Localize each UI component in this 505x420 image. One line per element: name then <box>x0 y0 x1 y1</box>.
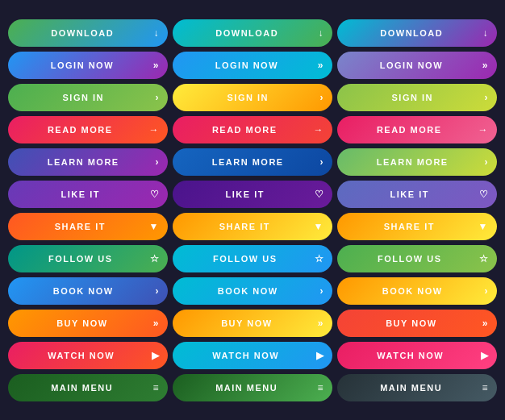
btn-share-it-col1[interactable]: SHARE IT▼ <box>8 213 168 240</box>
btn-icon: » <box>153 60 160 71</box>
btn-icon: › <box>320 285 325 297</box>
btn-label: WATCH NOW <box>181 351 311 360</box>
btn-label: MAIN MENU <box>181 383 312 393</box>
btn-read-more-col2[interactable]: READ MORE→ <box>173 116 332 143</box>
btn-icon: ≡ <box>152 382 160 393</box>
btn-buy-now-col1[interactable]: BUY NOW» <box>8 310 168 337</box>
btn-icon: › <box>156 285 161 297</box>
btn-label: FOLLOW US <box>16 254 145 264</box>
btn-icon: ☆ <box>315 253 325 264</box>
btn-watch-now-col2[interactable]: WATCH NOW▶ <box>173 342 332 369</box>
btn-sign-in-col1[interactable]: SIGN IN› <box>8 84 168 111</box>
btn-label: LOGIN NOW <box>181 60 313 70</box>
btn-like-it-col2[interactable]: LIKE IT♡ <box>173 181 332 208</box>
btn-label: BOOK NOW <box>345 286 480 296</box>
btn-label: WATCH NOW <box>16 351 147 360</box>
btn-read-more-col1[interactable]: READ MORE→ <box>8 116 168 143</box>
btn-icon: › <box>156 92 161 103</box>
btn-main-menu-col1[interactable]: MAIN MENU≡ <box>8 374 168 401</box>
btn-icon: › <box>156 156 161 168</box>
btn-share-it-col2[interactable]: SHARE IT▼ <box>173 213 332 240</box>
btn-label: BUY NOW <box>345 318 478 328</box>
btn-download-col3[interactable]: DOWNLOAD↓ <box>337 19 497 47</box>
btn-label: BOOK NOW <box>16 286 151 296</box>
btn-sign-in-col3[interactable]: SIGN IN› <box>337 84 497 111</box>
btn-icon: ♡ <box>315 189 325 200</box>
btn-icon: ♡ <box>150 189 161 200</box>
btn-icon: » <box>153 318 160 329</box>
btn-label: READ MORE <box>345 125 474 135</box>
btn-learn-more-col2[interactable]: LEARN MORE› <box>173 148 332 176</box>
btn-icon: » <box>482 60 489 71</box>
btn-like-it-col3[interactable]: LIKE IT♡ <box>337 181 497 208</box>
btn-label: LEARN MORE <box>16 157 151 167</box>
btn-label: BUY NOW <box>181 318 313 328</box>
btn-login-now-col1[interactable]: LOGIN NOW» <box>8 52 168 79</box>
btn-login-now-col2[interactable]: LOGIN NOW» <box>173 52 332 79</box>
btn-icon: » <box>318 318 324 329</box>
btn-main-menu-col3[interactable]: MAIN MENU≡ <box>337 374 497 401</box>
btn-read-more-col3[interactable]: READ MORE→ <box>337 116 497 143</box>
btn-download-col1[interactable]: DOWNLOAD↓ <box>8 19 168 47</box>
btn-follow-us-col2[interactable]: FOLLOW US☆ <box>173 245 332 272</box>
btn-share-it-col3[interactable]: SHARE IT▼ <box>337 213 497 240</box>
button-grid: DOWNLOAD↓DOWNLOAD↓DOWNLOAD↓LOGIN NOW»LOG… <box>0 11 505 410</box>
btn-icon: ▼ <box>478 221 489 232</box>
btn-label: MAIN MENU <box>345 383 477 393</box>
btn-learn-more-col1[interactable]: LEARN MORE› <box>8 148 168 176</box>
btn-label: DOWNLOAD <box>181 28 314 38</box>
btn-watch-now-col3[interactable]: WATCH NOW▶ <box>337 342 497 369</box>
btn-icon: ↓ <box>483 27 490 39</box>
btn-book-now-col3[interactable]: BOOK NOW› <box>337 277 497 305</box>
btn-book-now-col2[interactable]: BOOK NOW› <box>173 277 332 305</box>
btn-label: LIKE IT <box>345 189 474 199</box>
btn-main-menu-col2[interactable]: MAIN MENU≡ <box>173 374 332 401</box>
btn-like-it-col1[interactable]: LIKE IT♡ <box>8 181 168 208</box>
btn-label: LEARN MORE <box>345 157 480 167</box>
btn-icon: › <box>320 156 325 168</box>
btn-label: SIGN IN <box>181 93 315 102</box>
btn-download-col2[interactable]: DOWNLOAD↓ <box>173 19 332 47</box>
btn-label: SHARE IT <box>16 222 144 231</box>
btn-login-now-col3[interactable]: LOGIN NOW» <box>337 52 497 79</box>
btn-buy-now-col3[interactable]: BUY NOW» <box>337 310 497 337</box>
btn-label: LOGIN NOW <box>16 60 148 70</box>
btn-icon: ≡ <box>317 382 324 393</box>
btn-book-now-col1[interactable]: BOOK NOW› <box>8 277 168 305</box>
btn-follow-us-col3[interactable]: FOLLOW US☆ <box>337 245 497 272</box>
btn-label: FOLLOW US <box>181 254 310 264</box>
btn-label: BOOK NOW <box>181 286 315 296</box>
btn-learn-more-col3[interactable]: LEARN MORE› <box>337 148 497 176</box>
btn-icon: ▼ <box>314 221 324 232</box>
btn-buy-now-col2[interactable]: BUY NOW» <box>173 310 332 337</box>
btn-label: SHARE IT <box>345 222 474 231</box>
btn-label: LIKE IT <box>16 189 145 199</box>
btn-icon: › <box>320 92 325 103</box>
btn-icon: ≡ <box>482 382 489 393</box>
btn-icon: → <box>149 124 161 135</box>
btn-icon: → <box>314 124 325 135</box>
btn-icon: ▶ <box>481 350 490 361</box>
btn-icon: ▶ <box>152 350 161 361</box>
btn-icon: › <box>485 156 490 168</box>
btn-label: BUY NOW <box>16 318 148 328</box>
btn-icon: ☆ <box>150 253 161 264</box>
btn-label: MAIN MENU <box>16 383 148 393</box>
btn-icon: › <box>485 285 490 297</box>
btn-label: READ MORE <box>16 125 144 135</box>
btn-label: LEARN MORE <box>181 157 315 167</box>
btn-label: LIKE IT <box>181 189 310 199</box>
btn-label: SIGN IN <box>345 93 480 102</box>
btn-icon: ☆ <box>479 253 490 264</box>
btn-icon: ↓ <box>154 27 161 39</box>
btn-sign-in-col2[interactable]: SIGN IN› <box>173 84 332 111</box>
btn-label: DOWNLOAD <box>345 28 478 38</box>
btn-label: LOGIN NOW <box>345 60 478 70</box>
btn-icon: › <box>485 92 490 103</box>
btn-icon: ▶ <box>316 350 325 361</box>
btn-watch-now-col1[interactable]: WATCH NOW▶ <box>8 342 168 369</box>
btn-icon: ▼ <box>149 221 160 232</box>
btn-icon: » <box>318 60 324 71</box>
btn-label: SHARE IT <box>181 222 309 231</box>
btn-follow-us-col1[interactable]: FOLLOW US☆ <box>8 245 168 272</box>
